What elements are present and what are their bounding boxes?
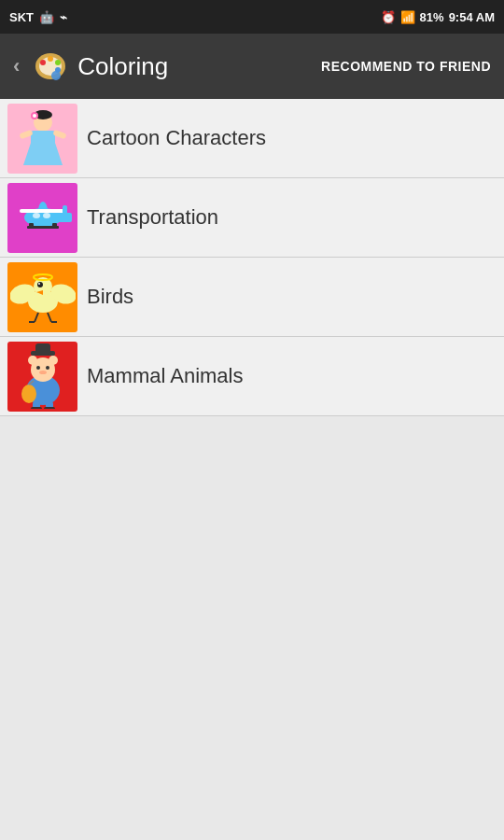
svg-point-17 (33, 114, 36, 118)
list-item-birds[interactable]: Birds (0, 258, 504, 337)
list-item-mammal-animals[interactable]: Mammal Animals (0, 337, 504, 416)
thumbnail-cartoon-characters (7, 104, 77, 174)
svg-point-51 (39, 371, 47, 374)
status-right: ⏰ 📶 81% 9:54 AM (381, 10, 495, 24)
battery-label: 81% (420, 10, 444, 24)
app-title: Coloring (77, 52, 168, 81)
time-label: 9:54 AM (449, 10, 495, 24)
svg-rect-21 (20, 209, 66, 213)
svg-point-2 (40, 60, 46, 65)
item-label-mammal-animals: Mammal Animals (87, 364, 243, 388)
list-item-transportation[interactable]: Transportation (0, 178, 504, 258)
svg-point-45 (28, 356, 37, 365)
app-bar: ‹ Coloring RECOMMEND TO FRIEND (0, 34, 504, 99)
usb-icon: ⌁ (60, 10, 67, 24)
wifi-icon: 📶 (400, 10, 415, 24)
back-icon[interactable]: ‹ (13, 54, 20, 78)
android-icon: 🤖 (39, 10, 54, 24)
item-label-cartoon-characters: Cartoon Characters (87, 126, 266, 150)
recommend-button[interactable]: RECOMMEND TO FRIEND (321, 59, 491, 74)
svg-rect-48 (35, 343, 50, 355)
thumbnail-birds (7, 262, 77, 332)
status-bar: SKT 🤖 ⌁ ⏰ 📶 81% 9:54 AM (0, 0, 504, 34)
svg-rect-56 (31, 407, 42, 409)
list-container: Cartoon Characters (0, 99, 504, 416)
svg-rect-23 (63, 205, 67, 217)
svg-point-52 (21, 385, 36, 403)
clock-icon: ⏰ (381, 10, 396, 24)
svg-point-49 (36, 366, 40, 370)
item-label-birds: Birds (87, 285, 133, 309)
app-bar-left: ‹ Coloring (13, 49, 168, 84)
svg-point-27 (33, 213, 40, 218)
list-item-cartoon-characters[interactable]: Cartoon Characters (0, 99, 504, 178)
svg-rect-26 (52, 223, 57, 229)
svg-rect-25 (29, 223, 34, 229)
svg-point-4 (55, 60, 61, 65)
svg-point-50 (46, 366, 49, 370)
svg-point-6 (51, 71, 61, 80)
carrier-label: SKT (9, 10, 34, 24)
svg-point-36 (38, 283, 40, 285)
svg-point-28 (43, 213, 50, 218)
thumbnail-transportation (7, 183, 77, 253)
svg-point-46 (49, 356, 58, 365)
status-left: SKT 🤖 ⌁ (9, 10, 67, 24)
svg-point-3 (48, 56, 53, 62)
svg-rect-57 (44, 407, 55, 409)
thumbnail-mammal-animals (7, 342, 77, 412)
palette-icon (33, 49, 68, 84)
svg-point-35 (37, 282, 43, 287)
item-label-transportation: Transportation (87, 205, 218, 230)
